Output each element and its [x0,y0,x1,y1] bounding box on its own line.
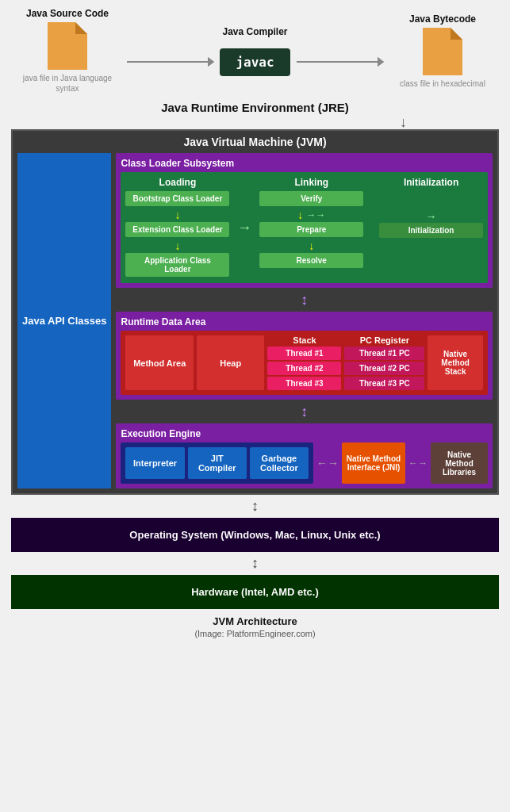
jvm-to-os-arrow: ↕ [11,498,499,515]
loading-title: Loading [159,177,197,188]
jvm-container: Java Virtual Machine (JVM) Java API Clas… [11,129,499,495]
top-section: Java Source Code java file in Java langu… [0,0,510,98]
bytecode-title: Java Bytecode [409,13,476,25]
exec-title: Execution Engine [121,428,488,439]
loading-to-linking-arrow: → [234,177,255,278]
link-to-init-arrow: →→ [306,209,325,220]
cls-linking: Linking Verify ↓ →→ Prepare ↓ Resolve [259,177,363,278]
pc2-box: Thread #2 PC [344,362,424,375]
gc-box: Garbage Collector [250,447,309,479]
os-to-hw-arrow: ↕ [11,555,499,572]
source-title: Java Source Code [26,8,109,19]
cls-init: Initialization → Initialization [379,177,483,278]
nml-box: Native Method Libraries [431,442,488,484]
prepare-row: ↓ →→ [297,208,325,222]
interpreter-box: Interpreter [125,447,184,479]
prepare-box: Prepare [259,222,363,237]
jvm-title: Java Virtual Machine (JVM) [17,136,493,148]
pc-col: PC Register Thread #1 PC Thread #2 PC Th… [344,335,424,390]
cls-to-rda-arrow: ↕ [116,293,493,307]
exec-to-native-arrow: ←→ [316,442,339,484]
stack-col: Stack Thread #1 Thread #2 Thread #3 [267,335,341,390]
prepare-arrow: ↓ [309,240,314,251]
thread3-box: Thread #3 [267,377,341,390]
rda-inner: Method Area Heap Stack Thread #1 Thread … [121,331,488,395]
jre-area: Java Runtime Environment (JRE) ↓ [0,98,510,129]
footer-subtitle: (Image: PlatformEngineer.com) [194,629,315,638]
compiler-title: Java Compiler [222,26,287,37]
init-title: Initialization [404,177,458,188]
linking-title: Linking [294,177,328,188]
extension-loader: Extension Class Loader [125,222,229,237]
resolve-box: Resolve [259,253,363,268]
exec-inner: Interpreter JIT Compiler Garbage Collect… [121,442,488,484]
exec-right-col: Native Method Interface (JNI) ←→ Native … [342,442,488,484]
method-area-box: Method Area [125,335,194,390]
thread2-box: Thread #2 [267,362,341,375]
source-to-compiler-arrow [127,61,213,63]
exec-section: Execution Engine Interpreter JIT Compile… [116,423,493,488]
rda-section: Runtime Data Area Method Area Heap Stack… [116,312,493,400]
bootstrap-arrow: ↓ [174,209,180,220]
verify-box: Verify [259,191,363,206]
svg-marker-1 [75,22,87,34]
pc-title: PC Register [344,335,424,345]
extension-arrow: ↓ [174,240,180,251]
nmi-box: Native Method Interface (JNI) [342,442,405,484]
thread1-box: Thread #1 [267,347,341,360]
loading-col-inner: Bootstrap Class Loader ↓ Extension Class… [125,191,229,278]
pc3-box: Thread #3 PC [344,377,424,390]
jvm-right: Class Loader Subsystem Loading Bootstrap… [116,153,493,488]
compiler-box: javac [220,48,290,76]
nmi-to-nml-arrow: ←→ [408,442,428,484]
jre-label: Java Runtime Environment (JRE) [161,96,349,114]
bytecode-caption: class file in hexadecimal [400,79,485,89]
compiler-to-bytecode-arrow [297,61,383,63]
bytecode-file-icon [423,28,462,75]
os-label: Operating System (Windows, Mac, Linux, U… [129,529,380,541]
cls-title: Class Loader Subsystem [121,158,488,169]
svg-marker-3 [451,28,462,40]
init-arrow: → [426,210,437,223]
linking-col-inner: Verify ↓ →→ Prepare ↓ Resolve [259,191,363,270]
jre-down-arrow: ↓ [0,115,510,129]
rda-title: Runtime Data Area [121,316,488,327]
bytecode-block: Java Bytecode class file in hexadecimal [391,13,494,89]
jvm-body: Java API Classes Class Loader Subsystem … [17,153,493,488]
hw-box: Hardware (Intel, AMD etc.) [11,575,499,609]
rda-to-exec-arrow: ↕ [116,404,493,419]
cls-inner: Loading Bootstrap Class Loader ↓ Extensi… [121,172,488,283]
footer-title: JVM Architecture [213,615,297,627]
compiler-row: javac [127,48,383,76]
cls-loading: Loading Bootstrap Class Loader ↓ Extensi… [125,177,229,278]
cls-subsystem: Class Loader Subsystem Loading Bootstrap… [116,153,493,288]
source-file-icon [48,22,87,70]
jit-box: JIT Compiler [188,447,247,479]
exec-blue: Interpreter JIT Compiler Garbage Collect… [121,442,313,484]
os-box: Operating System (Windows, Mac, Linux, U… [11,518,499,552]
pc1-box: Thread #1 PC [344,347,424,360]
bootstrap-loader: Bootstrap Class Loader [125,191,229,206]
application-loader: Application Class Loader [125,253,229,277]
source-block: Java Source Code java file in Java langu… [16,8,119,94]
compiler-area: Java Compiler javac [127,26,383,76]
verify-arrow: ↓ [297,209,303,220]
native-method-stack-col: Native Method Stack [428,335,483,390]
hw-label: Hardware (Intel, AMD etc.) [191,586,319,598]
linking-to-init-arrow [368,177,374,278]
initialization-box: Initialization [379,223,483,238]
heap-box: Heap [197,335,265,390]
stack-title: Stack [267,335,341,345]
init-col-inner: → Initialization [379,191,483,239]
java-api-sidebar: Java API Classes [17,153,111,488]
native-method-stack-box: Native Method Stack [428,335,483,390]
source-caption: java file in Java language syntax [16,73,119,94]
